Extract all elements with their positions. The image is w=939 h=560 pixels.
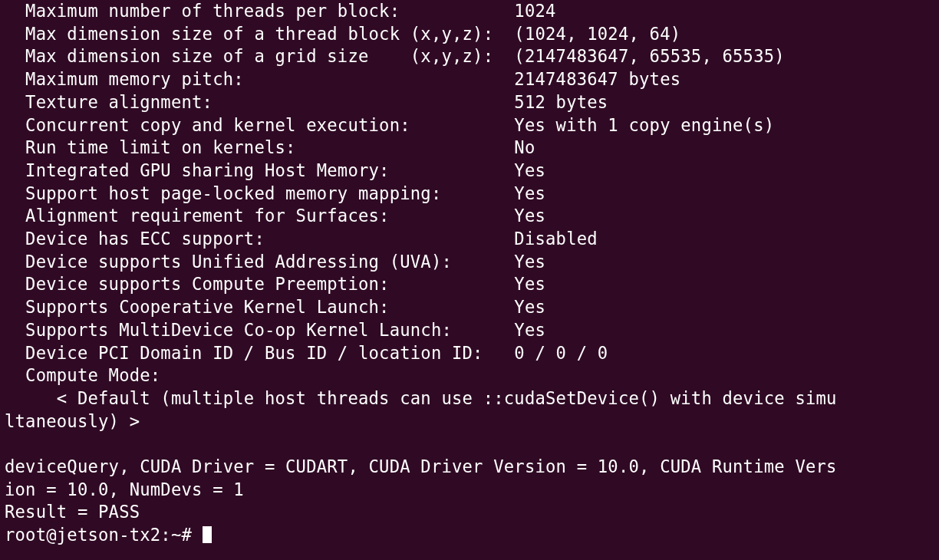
cursor-block — [203, 526, 212, 543]
summary-line: deviceQuery, CUDA Driver = CUDART, CUDA … — [5, 456, 837, 499]
device-query-props: Maximum number of threads per block: 102… — [5, 1, 785, 385]
compute-mode-detail: < Default (multiple host threads can use… — [5, 388, 837, 431]
terminal-output[interactable]: Maximum number of threads per block: 102… — [0, 0, 939, 547]
shell-prompt: root@jetson-tx2:~# — [5, 525, 192, 545]
result-line: Result = PASS — [5, 502, 140, 522]
